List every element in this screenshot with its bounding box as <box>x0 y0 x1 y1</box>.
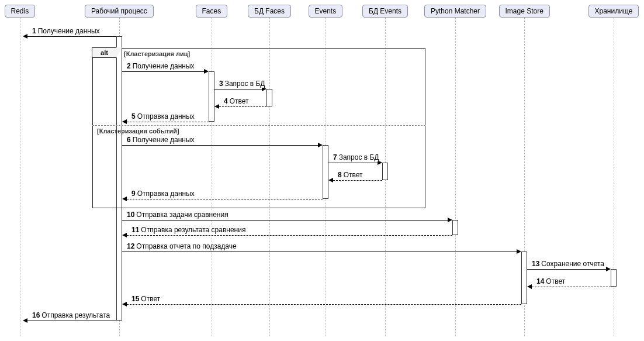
message-label: 6Получение данных <box>126 136 196 144</box>
arrowhead-icon <box>122 119 127 124</box>
message-6: 6Получение данных <box>122 145 323 146</box>
arrowhead-icon <box>517 249 521 254</box>
message-label: 1Получение данных <box>31 27 101 35</box>
message-8: 8Ответ <box>328 180 382 181</box>
participant-faces_db: БД Faces <box>248 5 291 18</box>
message-label: 13Сохранение отчета <box>531 260 605 268</box>
message-label: 11Отправка результата сравнения <box>130 226 247 234</box>
message-16: 16Отправка результата <box>23 321 116 321</box>
alt-guard-1: [Кластеризация лиц] <box>124 50 190 57</box>
lifeline-redis <box>20 18 20 336</box>
participant-events_db: БД Events <box>362 5 408 18</box>
message-label: 3Запрос в БД <box>218 80 266 88</box>
message-label: 9Отправка данных <box>130 190 196 198</box>
arrowhead-icon <box>204 69 209 74</box>
message-1: 1Получение данных <box>23 36 116 37</box>
participant-worker: Рабочий процесс <box>85 5 154 18</box>
message-14: 14Ответ <box>527 287 611 287</box>
arrowhead-icon <box>318 143 323 147</box>
arrowhead-icon <box>122 233 127 237</box>
alt-operator: alt <box>92 47 116 58</box>
message-13: 13Сохранение отчета <box>527 269 611 270</box>
sequence-diagram: RedisРабочий процессFacesБД FacesEventsБ… <box>0 0 644 341</box>
participant-events: Events <box>309 5 343 18</box>
message-label: 2Получение данных <box>126 62 196 70</box>
message-4: 4Ответ <box>214 106 266 107</box>
message-label: 15Ответ <box>130 295 161 303</box>
activation-image_store <box>521 252 527 304</box>
arrowhead-icon <box>448 218 452 222</box>
arrowhead-icon <box>214 104 219 109</box>
message-15: 15Ответ <box>122 304 521 305</box>
message-10: 10Отправка задачи сравнения <box>122 220 452 221</box>
participant-faces: Faces <box>196 5 228 18</box>
participant-storage: Хранилище <box>588 5 639 18</box>
activation-storage <box>611 269 617 287</box>
arrowhead-icon <box>23 34 27 39</box>
activation-matcher <box>452 220 458 235</box>
message-label: 12Отправка отчета по подзадаче <box>126 242 238 250</box>
alt-divider <box>92 125 425 126</box>
message-label: 8Ответ <box>337 171 364 179</box>
message-9: 9Отправка данных <box>122 199 323 199</box>
message-label: 14Ответ <box>535 277 566 285</box>
message-label: 4Ответ <box>223 97 250 105</box>
arrowhead-icon <box>328 178 333 182</box>
message-label: 10Отправка задачи сравнения <box>126 211 230 219</box>
lifeline-matcher <box>455 18 456 336</box>
arrowhead-icon <box>527 284 532 289</box>
arrowhead-icon <box>23 318 27 323</box>
alt-guard-2: [Кластеризация событий] <box>97 128 179 135</box>
message-label: 5Отправка данных <box>130 112 196 120</box>
message-5: 5Отправка данных <box>122 122 209 122</box>
arrowhead-icon <box>606 267 611 271</box>
lifeline-storage <box>614 18 614 336</box>
message-label: 16Отправка результата <box>31 311 111 319</box>
participant-matcher: Python Matcher <box>424 5 486 18</box>
message-12: 12Отправка отчета по подзадаче <box>122 252 521 252</box>
arrowhead-icon <box>122 302 127 306</box>
participant-image_store: Image Store <box>499 5 550 18</box>
message-7: 7Запрос в БД <box>328 163 382 163</box>
message-label: 7Запрос в БД <box>332 153 380 161</box>
message-11: 11Отправка результата сравнения <box>122 235 452 236</box>
participant-redis: Redis <box>5 5 36 18</box>
arrowhead-icon <box>122 197 127 201</box>
message-3: 3Запрос в БД <box>214 89 266 89</box>
message-2: 2Получение данных <box>122 71 209 72</box>
